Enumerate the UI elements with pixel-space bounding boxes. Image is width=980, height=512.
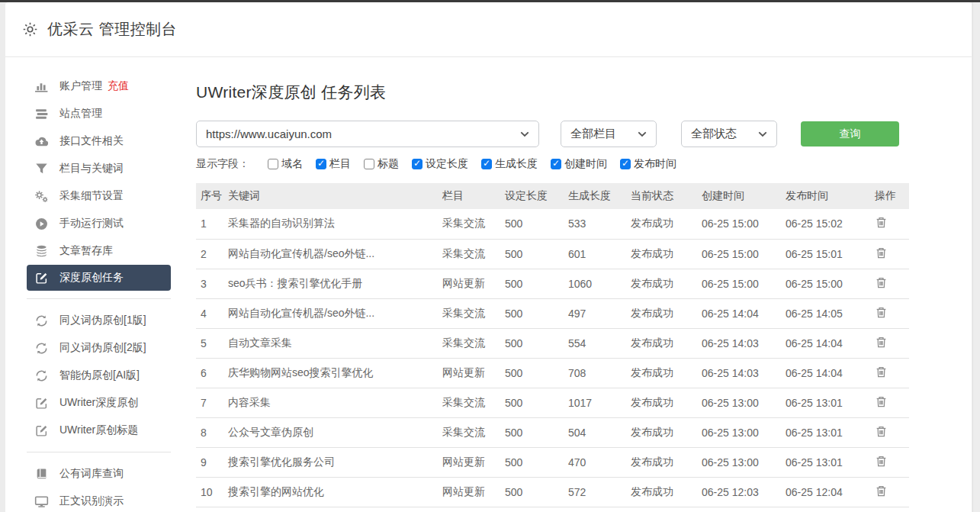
sidebar-item-article-staging[interactable]: 文章暂存库 [5,237,192,265]
cell-index: 6 [196,358,225,388]
table-row: 9搜索引擎优化服务公司网站更新500470发布成功06-25 13:0006-2… [196,447,909,477]
sidebar-item-label: 文章暂存库 [59,244,113,258]
sidebar: 账户管理充值站点管理接口文件相关栏目与关键词采集细节设置手动运行测试文章暂存库深… [5,57,192,511]
table-row: 10搜索引擎的网站优化网站更新500572发布成功06-25 12:0306-2… [196,477,909,507]
sidebar-item-label: 手动运行测试 [59,217,124,230]
cell-status: 发布成功 [628,358,699,388]
sidebar-item-synonym-rewrite-v2[interactable]: 同义词伪原创[2版] [5,334,192,362]
field-checkbox-3[interactable]: 设定长度 [412,157,468,171]
checkbox-checked-icon[interactable] [316,159,326,169]
delete-button[interactable] [875,305,888,319]
sidebar-item-api-files[interactable]: 接口文件相关 [5,127,192,155]
cell-set-length: 500 [502,417,565,447]
trash-icon [875,216,888,229]
cell-status: 发布成功 [628,388,699,417]
delete-button[interactable] [875,246,888,259]
sidebar-item-label: 采集细节设置 [59,189,124,203]
cell-status: 发布成功 [628,269,699,298]
checkbox-unchecked-icon[interactable] [364,159,374,169]
app-header: 优采云 管理控制台 [5,2,972,57]
cell-keyword: 内容采集 [225,388,439,417]
field-checkbox-1[interactable]: 栏目 [316,157,351,171]
cell-published: 06-25 15:02 [782,209,872,239]
cell-created: 06-25 13:00 [699,447,782,477]
checkbox-checked-icon[interactable] [481,159,492,169]
cell-set-length: 500 [502,209,565,239]
category-select-value: 全部栏目 [570,127,630,141]
cell-category: 网站更新 [439,358,502,388]
cell-gen-length: 554 [565,328,628,358]
cell-keyword: seo兵书：搜索引擎优化手册 [225,269,439,298]
cell-index: 9 [196,447,225,477]
sidebar-item-content-recognition-demo[interactable]: 正文识别演示 [5,488,192,512]
cell-category: 网站更新 [439,477,502,507]
field-checkbox-6[interactable]: 发布时间 [620,157,676,171]
trash-icon [875,336,888,349]
sidebar-item-label: 站点管理 [59,107,102,121]
sidebar-item-ai-rewrite[interactable]: 智能伪原创[AI版] [5,362,192,389]
scrollbar[interactable] [972,2,980,512]
field-checkbox-0[interactable]: 域名 [268,157,303,171]
cell-status: 发布成功 [628,298,699,328]
sidebar-item-columns-keywords[interactable]: 栏目与关键词 [5,155,192,182]
column-header: 栏目 [439,183,502,209]
cell-actions [872,239,909,269]
cell-set-length: 500 [502,298,565,328]
status-select[interactable]: 全部状态 [681,121,777,147]
sidebar-item-account-management[interactable]: 账户管理充值 [5,72,192,100]
cell-created: 06-25 15:00 [699,209,782,239]
field-checkbox-label: 发布时间 [634,157,676,171]
cell-created: 06-25 15:00 [699,269,782,298]
main-content: UWriter深度原创 任务列表 https://www.ucaiyun.com… [192,57,972,511]
cell-set-length: 500 [502,239,565,269]
sidebar-item-synonym-rewrite-v1[interactable]: 同义词伪原创[1版] [5,307,192,334]
checkbox-checked-icon[interactable] [551,159,561,169]
delete-button[interactable] [875,424,888,438]
delete-button[interactable] [875,365,888,378]
delete-button[interactable] [875,394,888,408]
sidebar-item-public-dictionary-query[interactable]: 公有词库查询 [5,460,192,488]
delete-button[interactable] [875,335,888,349]
cell-published: 06-25 12:04 [782,477,872,507]
checkbox-checked-icon[interactable] [620,159,631,169]
cell-keyword: 网站自动化宣传机器/seo外链... [225,298,439,328]
sidebar-item-uwriter-original-title[interactable]: UWriter原创标题 [5,417,192,444]
sidebar-separator [27,452,171,452]
cell-status: 发布成功 [628,239,699,269]
query-button[interactable]: 查询 [801,121,899,147]
cell-created: 06-25 12:03 [699,477,782,507]
column-header: 设定长度 [502,183,565,209]
delete-button[interactable] [875,275,888,289]
sidebar-item-manual-run-test[interactable]: 手动运行测试 [5,210,192,237]
sidebar-item-label: 栏目与关键词 [59,162,124,175]
field-checkbox-2[interactable]: 标题 [364,157,399,171]
cell-index: 8 [196,417,225,447]
filter-bar: https://www.ucaiyun.com 全部栏目 全部状态 查询 [196,121,956,147]
site-select[interactable]: https://www.ucaiyun.com [196,121,539,147]
sidebar-item-site-management[interactable]: 站点管理 [5,100,192,127]
cell-index: 4 [196,298,225,328]
sidebar-item-collect-detail-settings[interactable]: 采集细节设置 [5,182,192,210]
field-checkbox-4[interactable]: 生成长度 [481,157,538,171]
field-checkbox-label: 创建时间 [564,157,607,171]
field-checkbox-5[interactable]: 创建时间 [551,157,607,171]
recharge-badge[interactable]: 充值 [108,79,129,93]
checkbox-checked-icon[interactable] [412,159,423,169]
delete-button[interactable] [875,484,888,498]
sidebar-separator [27,298,171,299]
sidebar-item-uwriter-deep-original[interactable]: UWriter深度原创 [5,389,192,417]
play-icon [34,217,49,230]
edit-icon [34,272,49,285]
cell-status: 发布成功 [628,209,699,239]
cell-created: 06-25 15:00 [699,239,782,269]
delete-button[interactable] [875,454,888,468]
checkbox-unchecked-icon[interactable] [268,159,278,169]
table-row: 1采集器的自动识别算法采集交流500533发布成功06-25 15:0006-2… [196,209,909,239]
sidebar-item-deep-original-tasks[interactable]: 深度原创任务 [27,265,171,291]
database-icon [34,245,49,258]
category-select[interactable]: 全部栏目 [561,121,657,147]
cell-index: 3 [196,269,225,298]
cell-keyword: 庆华购物网站seo搜索引擎优化 [225,358,439,388]
delete-button[interactable] [875,216,888,230]
column-header: 当前状态 [628,183,699,209]
